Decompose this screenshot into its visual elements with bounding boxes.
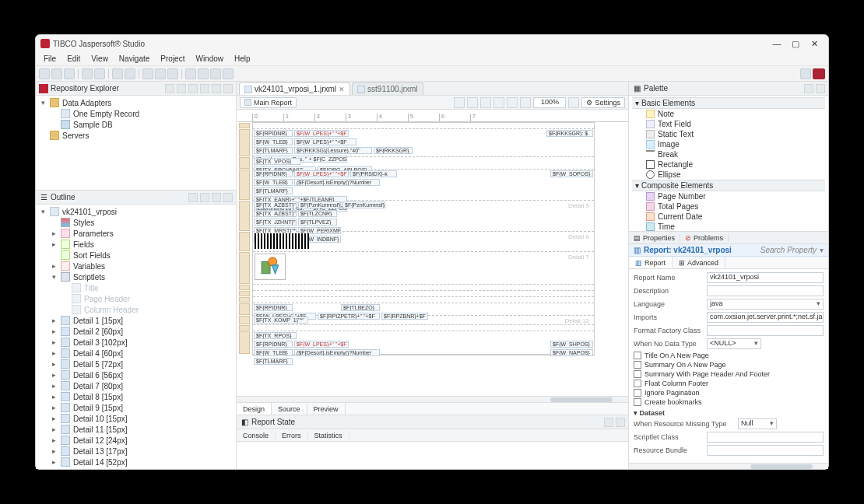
properties-body[interactable]: Report Namevk24101_vrposi Description La… [629,269,828,463]
outline-detail4[interactable]: Detail 4 [60px] [73,349,123,358]
field[interactable]: $F{TLPVEZ} [298,219,337,226]
field[interactable]: $F{TX_RPOS} [254,332,297,339]
outline-colheader[interactable]: Column Header [84,306,139,314]
field[interactable]: $F{W_SOPOS} [550,170,593,177]
tb-cut[interactable] [142,68,153,79]
field[interactable]: $F{PRSIDX}-k [350,170,397,177]
pal-note[interactable]: Note [632,109,825,119]
search-property-input[interactable]: Search Property [739,246,817,254]
field[interactable]: $F{TLBEZO} [341,304,380,311]
subtab-advanced[interactable]: ⊞Advanced [673,257,725,268]
outline-detail8[interactable]: Detail 8 [15px] [73,393,123,401]
tb-copy[interactable] [155,68,166,79]
field[interactable]: $F{W_SHPOS} [550,341,593,348]
outline-detail11[interactable]: Detail 11 [15px] [73,425,128,434]
val-scriptlet[interactable] [707,432,824,443]
outline-title-band[interactable]: Title [84,284,99,292]
outline-detail12[interactable]: Detail 12 [24px] [73,436,128,445]
tab-preview[interactable]: Preview [307,403,346,415]
zoom-select[interactable]: 100% [533,97,566,108]
console-tab[interactable]: Console [237,432,276,439]
state-max-icon[interactable] [616,418,625,427]
outline-root[interactable]: vk24101_vrposi [62,208,117,216]
tb-redo[interactable] [125,68,135,79]
pal-rect[interactable]: Rectangle [632,159,825,170]
field[interactable]: $F{TX_KOMP_1}"*" [254,317,308,324]
field[interactable]: $F{TLZCNR} [298,210,337,217]
et-zoomout[interactable] [520,97,531,108]
repo-btn-del[interactable] [188,84,198,93]
val-imports[interactable]: com.oxsion.jet.server.print.*;net.sf.jas… [707,312,824,323]
main-report-chip[interactable]: Main Report [240,97,297,108]
field[interactable]: $F{W_TLEB} [254,138,293,145]
pal-ellipse[interactable]: Ellipse [632,170,825,180]
outline-btn-thumb[interactable] [200,193,209,202]
outline-detail6[interactable]: Detail 6 [56px] [73,371,123,380]
tb-new[interactable] [39,68,50,79]
menu-file[interactable]: File [39,54,61,63]
val-nodata[interactable]: <NULL> [707,338,761,349]
field[interactable]: $F{W_LPES}+" "+$F [294,170,349,177]
et-dist[interactable] [493,97,504,108]
tab-source[interactable]: Source [272,403,307,415]
field[interactable]: $F{RKKSGR}: $ [546,130,593,137]
palette-max-icon[interactable] [816,84,825,93]
repo-max-icon[interactable] [223,84,233,93]
field[interactable]: $F{PznKurmnsf} [342,201,385,208]
tb-persp-open[interactable] [800,68,811,79]
outline-detail14[interactable]: Detail 14 [52px] [73,458,128,467]
palette-sec-composite[interactable]: ▾Composite Elements [632,180,825,191]
menu-project[interactable]: Project [156,54,189,63]
outline-tree[interactable]: ▾vk24101_vrposi Styles ▸Parameters ▸Fiel… [36,205,236,469]
tb-fwd[interactable] [223,68,234,79]
outline-detail1[interactable]: Detail 1 [15px] [73,317,123,325]
repo-min-icon[interactable] [212,84,221,93]
tb-search[interactable] [185,68,196,79]
repo-tree[interactable]: ▾Data Adapters One Empty Record Sample D… [36,96,236,190]
menu-window[interactable]: Window [191,54,228,63]
val-report-name[interactable]: vk24101_vrposi [707,272,824,283]
design-canvas[interactable]: 01234567 $F{RPIDNR} $F{W_LPES}+" "+$F $F… [237,110,628,396]
field[interactable]: $F{W_LPES}+" "+$F [294,130,349,137]
et-align[interactable] [480,97,491,108]
repo-data-adapters[interactable]: Data Adapters [62,99,111,107]
pal-static[interactable]: Static Text [632,129,825,139]
field[interactable]: $F{W_TLEB} [254,179,293,186]
field[interactable]: $F{RKKSGR} [374,147,413,154]
field[interactable]: $F{RPIDNR} [254,304,293,311]
val-missing[interactable]: Null [738,418,777,429]
et-grid[interactable] [454,97,465,108]
outline-pageheader[interactable]: Page Header [84,295,130,303]
tab-problems[interactable]: ⊘Problems [680,234,729,242]
field[interactable]: $F{TX_AZBST}"*" [254,210,297,217]
pal-pagenum[interactable]: Page Number [632,191,825,201]
subtab-report[interactable]: ▥Report [629,257,673,268]
val-factory[interactable] [707,325,824,336]
repo-servers[interactable]: Servers [62,131,89,140]
tab-properties[interactable]: ▤Properties [629,234,680,242]
settings-button[interactable]: ⚙Settings [581,97,625,108]
menu-view[interactable]: View [86,54,113,63]
field[interactable]: $F{TLMARF} [254,358,293,365]
outline-detail13[interactable]: Detail 13 [17px] [73,447,128,456]
tb-build[interactable] [82,68,93,79]
field[interactable]: $F{RPIDNR} [254,341,293,348]
minimize-button[interactable]: — [767,39,786,48]
errors-tab[interactable]: Errors [276,432,308,439]
outline-fields[interactable]: Fields [73,240,94,249]
tb-save[interactable] [51,68,62,79]
palette-sec-basic[interactable]: ▾Basic Elements [632,97,825,109]
field[interactable]: $F{W_TLEB} [254,349,293,356]
maximize-button[interactable]: ▢ [786,39,805,49]
tb-back[interactable] [210,68,221,79]
tab-design[interactable]: Design [237,403,272,415]
repo-item-sampledb[interactable]: Sample DB [73,121,113,129]
canvas-hscroll[interactable] [237,396,628,402]
pal-time[interactable]: Time [632,222,825,231]
pal-textfield[interactable]: Text Field [632,119,825,129]
outline-scriptlets[interactable]: Scriptlets [73,273,105,282]
menu-edit[interactable]: Edit [62,54,85,63]
chk-ignore-pagination[interactable]: Ignore Pagination [634,389,824,397]
val-language[interactable]: java [707,299,824,310]
field[interactable]: $F{RKKSG}(Lessure)."40" [294,147,372,154]
